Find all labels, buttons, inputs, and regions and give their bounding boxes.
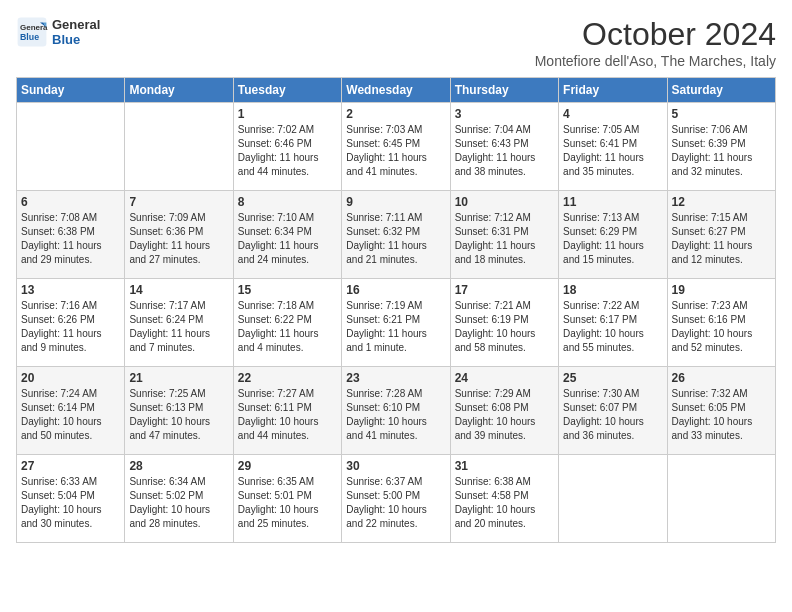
- day-number: 7: [129, 195, 228, 209]
- calendar-cell: [125, 103, 233, 191]
- day-info: Sunrise: 7:23 AM Sunset: 6:16 PM Dayligh…: [672, 299, 771, 355]
- calendar-cell: 1Sunrise: 7:02 AM Sunset: 6:46 PM Daylig…: [233, 103, 341, 191]
- day-info: Sunrise: 7:16 AM Sunset: 6:26 PM Dayligh…: [21, 299, 120, 355]
- day-number: 6: [21, 195, 120, 209]
- day-number: 2: [346, 107, 445, 121]
- calendar-table: SundayMondayTuesdayWednesdayThursdayFrid…: [16, 77, 776, 543]
- calendar-cell: 5Sunrise: 7:06 AM Sunset: 6:39 PM Daylig…: [667, 103, 775, 191]
- calendar-cell: 15Sunrise: 7:18 AM Sunset: 6:22 PM Dayli…: [233, 279, 341, 367]
- weekday-header-row: SundayMondayTuesdayWednesdayThursdayFrid…: [17, 78, 776, 103]
- month-title: October 2024: [535, 16, 776, 53]
- day-info: Sunrise: 7:09 AM Sunset: 6:36 PM Dayligh…: [129, 211, 228, 267]
- day-number: 29: [238, 459, 337, 473]
- day-number: 25: [563, 371, 662, 385]
- day-info: Sunrise: 7:29 AM Sunset: 6:08 PM Dayligh…: [455, 387, 554, 443]
- day-info: Sunrise: 7:18 AM Sunset: 6:22 PM Dayligh…: [238, 299, 337, 355]
- calendar-cell: 20Sunrise: 7:24 AM Sunset: 6:14 PM Dayli…: [17, 367, 125, 455]
- calendar-cell: [559, 455, 667, 543]
- day-number: 16: [346, 283, 445, 297]
- calendar-cell: 11Sunrise: 7:13 AM Sunset: 6:29 PM Dayli…: [559, 191, 667, 279]
- calendar-cell: [667, 455, 775, 543]
- day-info: Sunrise: 7:17 AM Sunset: 6:24 PM Dayligh…: [129, 299, 228, 355]
- day-info: Sunrise: 7:30 AM Sunset: 6:07 PM Dayligh…: [563, 387, 662, 443]
- calendar-cell: 4Sunrise: 7:05 AM Sunset: 6:41 PM Daylig…: [559, 103, 667, 191]
- calendar-cell: 10Sunrise: 7:12 AM Sunset: 6:31 PM Dayli…: [450, 191, 558, 279]
- day-number: 12: [672, 195, 771, 209]
- calendar-cell: 12Sunrise: 7:15 AM Sunset: 6:27 PM Dayli…: [667, 191, 775, 279]
- day-number: 8: [238, 195, 337, 209]
- week-row-4: 20Sunrise: 7:24 AM Sunset: 6:14 PM Dayli…: [17, 367, 776, 455]
- day-info: Sunrise: 7:22 AM Sunset: 6:17 PM Dayligh…: [563, 299, 662, 355]
- day-number: 11: [563, 195, 662, 209]
- day-number: 15: [238, 283, 337, 297]
- day-number: 17: [455, 283, 554, 297]
- weekday-header-wednesday: Wednesday: [342, 78, 450, 103]
- day-number: 1: [238, 107, 337, 121]
- day-info: Sunrise: 7:11 AM Sunset: 6:32 PM Dayligh…: [346, 211, 445, 267]
- calendar-cell: [17, 103, 125, 191]
- day-info: Sunrise: 7:02 AM Sunset: 6:46 PM Dayligh…: [238, 123, 337, 179]
- day-number: 9: [346, 195, 445, 209]
- week-row-3: 13Sunrise: 7:16 AM Sunset: 6:26 PM Dayli…: [17, 279, 776, 367]
- logo-text: General Blue: [52, 17, 100, 47]
- day-info: Sunrise: 6:35 AM Sunset: 5:01 PM Dayligh…: [238, 475, 337, 531]
- logo: General Blue General Blue: [16, 16, 100, 48]
- calendar-cell: 28Sunrise: 6:34 AM Sunset: 5:02 PM Dayli…: [125, 455, 233, 543]
- day-info: Sunrise: 7:12 AM Sunset: 6:31 PM Dayligh…: [455, 211, 554, 267]
- weekday-header-saturday: Saturday: [667, 78, 775, 103]
- calendar-cell: 6Sunrise: 7:08 AM Sunset: 6:38 PM Daylig…: [17, 191, 125, 279]
- calendar-cell: 22Sunrise: 7:27 AM Sunset: 6:11 PM Dayli…: [233, 367, 341, 455]
- weekday-header-monday: Monday: [125, 78, 233, 103]
- day-info: Sunrise: 7:10 AM Sunset: 6:34 PM Dayligh…: [238, 211, 337, 267]
- day-info: Sunrise: 6:33 AM Sunset: 5:04 PM Dayligh…: [21, 475, 120, 531]
- day-number: 4: [563, 107, 662, 121]
- day-info: Sunrise: 7:25 AM Sunset: 6:13 PM Dayligh…: [129, 387, 228, 443]
- day-info: Sunrise: 6:37 AM Sunset: 5:00 PM Dayligh…: [346, 475, 445, 531]
- weekday-header-thursday: Thursday: [450, 78, 558, 103]
- day-info: Sunrise: 7:32 AM Sunset: 6:05 PM Dayligh…: [672, 387, 771, 443]
- calendar-cell: 3Sunrise: 7:04 AM Sunset: 6:43 PM Daylig…: [450, 103, 558, 191]
- week-row-1: 1Sunrise: 7:02 AM Sunset: 6:46 PM Daylig…: [17, 103, 776, 191]
- day-number: 5: [672, 107, 771, 121]
- calendar-cell: 25Sunrise: 7:30 AM Sunset: 6:07 PM Dayli…: [559, 367, 667, 455]
- weekday-header-tuesday: Tuesday: [233, 78, 341, 103]
- day-info: Sunrise: 7:13 AM Sunset: 6:29 PM Dayligh…: [563, 211, 662, 267]
- day-number: 27: [21, 459, 120, 473]
- calendar-cell: 24Sunrise: 7:29 AM Sunset: 6:08 PM Dayli…: [450, 367, 558, 455]
- calendar-cell: 17Sunrise: 7:21 AM Sunset: 6:19 PM Dayli…: [450, 279, 558, 367]
- calendar-cell: 29Sunrise: 6:35 AM Sunset: 5:01 PM Dayli…: [233, 455, 341, 543]
- location-subtitle: Montefiore dell'Aso, The Marches, Italy: [535, 53, 776, 69]
- day-number: 22: [238, 371, 337, 385]
- calendar-cell: 31Sunrise: 6:38 AM Sunset: 4:58 PM Dayli…: [450, 455, 558, 543]
- day-number: 21: [129, 371, 228, 385]
- calendar-cell: 23Sunrise: 7:28 AM Sunset: 6:10 PM Dayli…: [342, 367, 450, 455]
- calendar-cell: 9Sunrise: 7:11 AM Sunset: 6:32 PM Daylig…: [342, 191, 450, 279]
- calendar-cell: 13Sunrise: 7:16 AM Sunset: 6:26 PM Dayli…: [17, 279, 125, 367]
- day-info: Sunrise: 7:21 AM Sunset: 6:19 PM Dayligh…: [455, 299, 554, 355]
- day-info: Sunrise: 7:08 AM Sunset: 6:38 PM Dayligh…: [21, 211, 120, 267]
- day-number: 10: [455, 195, 554, 209]
- day-number: 31: [455, 459, 554, 473]
- day-number: 30: [346, 459, 445, 473]
- day-number: 3: [455, 107, 554, 121]
- day-info: Sunrise: 7:04 AM Sunset: 6:43 PM Dayligh…: [455, 123, 554, 179]
- day-info: Sunrise: 7:19 AM Sunset: 6:21 PM Dayligh…: [346, 299, 445, 355]
- calendar-cell: 19Sunrise: 7:23 AM Sunset: 6:16 PM Dayli…: [667, 279, 775, 367]
- day-info: Sunrise: 7:06 AM Sunset: 6:39 PM Dayligh…: [672, 123, 771, 179]
- calendar-cell: 21Sunrise: 7:25 AM Sunset: 6:13 PM Dayli…: [125, 367, 233, 455]
- weekday-header-sunday: Sunday: [17, 78, 125, 103]
- calendar-cell: 7Sunrise: 7:09 AM Sunset: 6:36 PM Daylig…: [125, 191, 233, 279]
- calendar-cell: 16Sunrise: 7:19 AM Sunset: 6:21 PM Dayli…: [342, 279, 450, 367]
- day-info: Sunrise: 7:03 AM Sunset: 6:45 PM Dayligh…: [346, 123, 445, 179]
- day-info: Sunrise: 7:15 AM Sunset: 6:27 PM Dayligh…: [672, 211, 771, 267]
- day-info: Sunrise: 7:27 AM Sunset: 6:11 PM Dayligh…: [238, 387, 337, 443]
- svg-text:Blue: Blue: [20, 32, 39, 42]
- day-number: 28: [129, 459, 228, 473]
- day-number: 23: [346, 371, 445, 385]
- calendar-cell: 2Sunrise: 7:03 AM Sunset: 6:45 PM Daylig…: [342, 103, 450, 191]
- day-number: 13: [21, 283, 120, 297]
- day-number: 20: [21, 371, 120, 385]
- weekday-header-friday: Friday: [559, 78, 667, 103]
- calendar-cell: 27Sunrise: 6:33 AM Sunset: 5:04 PM Dayli…: [17, 455, 125, 543]
- week-row-2: 6Sunrise: 7:08 AM Sunset: 6:38 PM Daylig…: [17, 191, 776, 279]
